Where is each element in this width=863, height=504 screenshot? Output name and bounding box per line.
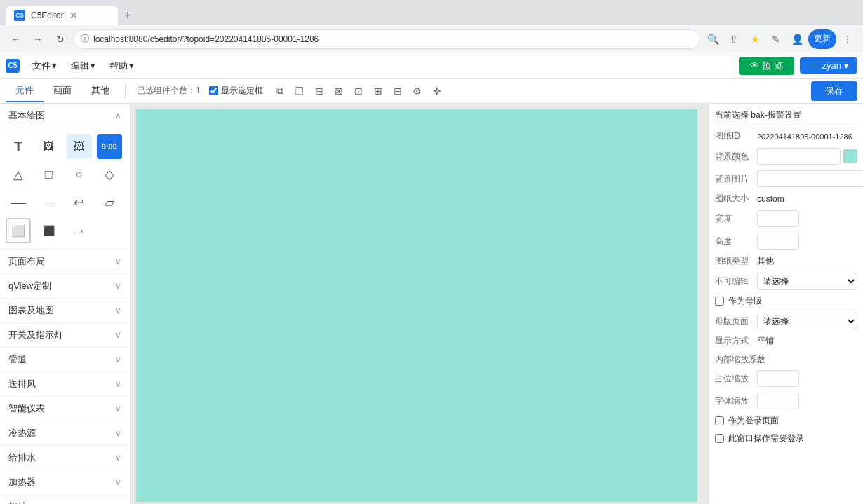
align-bottom-icon[interactable]: ⊞ [370,83,387,100]
settings-icon[interactable]: ⚙ [409,83,426,100]
font-scale-input[interactable]: 1 [757,393,799,409]
drawing-clock[interactable]: 9:00 [97,134,122,159]
app-logo: C5 [6,59,20,73]
bg-color-input[interactable]: rgba(148, 228, 216, 1 [757,148,841,165]
category-qview[interactable]: qView定制 ∨ [0,274,130,299]
height-label: 高度 [715,236,757,247]
show-selection-label[interactable]: 显示选定框 [209,85,263,97]
height-input[interactable]: 600 [757,233,799,250]
master-page-label: 母版页面 [715,315,757,327]
profile-button[interactable]: 👤 [787,29,807,49]
drawing-ellipse[interactable]: ○ [67,162,92,187]
drawing-image2[interactable]: 🖼 [67,134,92,159]
update-button[interactable]: 更新 [808,29,836,49]
canvas[interactable] [136,109,697,502]
category-charts[interactable]: 图表及地图 ∨ [0,299,130,323]
display-mode-label: 显示方式 [715,335,757,347]
category-page-layout[interactable]: 页面布局 ∨ [0,250,130,274]
drawing-image[interactable]: 🖼 [36,134,61,159]
drawing-triangle[interactable]: △ [6,162,31,187]
tab-component[interactable]: 元件 [6,80,44,102]
bg-color-swatch[interactable] [843,149,857,163]
align-right-icon[interactable]: ⊠ [330,83,347,100]
menu-button[interactable]: ⋮ [838,29,857,49]
master-page-select[interactable]: 请选择 [757,313,857,329]
help-menu[interactable]: 帮助 ▾ [102,57,141,75]
edit-menu[interactable]: 编辑 ▾ [64,57,102,75]
drawing-arrow-right[interactable]: → [67,218,92,243]
drawing-cube[interactable]: ⬛ [36,218,61,243]
category-pipes[interactable]: 管道 ∨ [0,348,130,372]
width-row: 宽度 1024 [715,210,857,227]
active-tab[interactable]: C5 C5Editor ✕ [6,6,118,25]
drawing-container[interactable]: ⬜ [6,218,31,243]
address-bar[interactable]: ⓘ localhost:8080/c5editor/?topoid=202204… [73,29,700,49]
tab-close-button[interactable]: ✕ [69,10,78,21]
category-switches[interactable]: 开关及指示灯 ∨ [0,323,130,348]
drawing-dashed[interactable]: - - [36,190,61,215]
search-button[interactable]: 🔍 [703,29,723,49]
font-scale-label: 字体缩放 [715,395,757,407]
category-water[interactable]: 给排水 ∨ [0,446,130,470]
refresh-button[interactable]: ↻ [51,29,70,49]
category-arrow-9: ∨ [115,453,121,463]
paper-type-row: 图纸类型 其他 [715,255,857,267]
drawing-diamond[interactable]: ◇ [97,162,122,187]
height-row: 高度 600 [715,233,857,250]
user-button[interactable]: 👤 zyan ▾ [800,57,857,74]
distribute-icon[interactable]: ⊟ [389,83,406,100]
category-heater[interactable]: 加热器 ∨ [0,470,130,495]
paste-icon[interactable]: ❐ [291,83,308,100]
move-icon[interactable]: ✛ [429,83,446,100]
show-selection-checkbox[interactable] [209,86,218,95]
tab-group: 元件 画面 其他 [6,80,119,102]
file-menu[interactable]: 文件 ▾ [25,57,64,75]
back-button[interactable]: ← [6,29,25,49]
tab-bar: C5 C5Editor ✕ + [0,0,863,25]
align-left-icon[interactable]: ⊟ [311,83,328,100]
tab-title: C5Editor [31,11,64,20]
category-instruments[interactable]: 智能仪表 ∨ [0,397,130,421]
login-page-checkbox[interactable] [715,416,724,425]
drawing-line[interactable]: — [6,190,31,215]
category-boiler[interactable]: 锅炉 ∨ [0,495,130,504]
non-edit-select[interactable]: 请选择 [757,273,857,290]
show-selection-text: 显示选定框 [221,85,263,97]
file-menu-arrow: ▾ [52,60,57,71]
login-required-label: 此窗口操作需要登录 [728,433,804,444]
canvas-area[interactable] [131,104,709,504]
width-label: 宽度 [715,213,757,225]
tab-canvas[interactable]: 画面 [44,80,81,102]
current-select-title: 当前选择 bak-报警设置 [715,109,857,125]
drawing-arrow-left[interactable]: ↩ [67,190,92,215]
tab-other[interactable]: 其他 [81,80,119,102]
preview-button[interactable]: 👁 预 览 [739,57,794,75]
share-button[interactable]: ⇧ [724,29,744,49]
save-button[interactable]: 保存 [811,81,857,101]
bg-image-input[interactable] [757,170,863,187]
category-ventilation[interactable]: 送排风 ∨ [0,372,130,397]
forward-button[interactable]: → [28,29,48,49]
category-basic-drawing[interactable]: 基本绘图 ∧ [0,104,130,128]
new-tab-button[interactable]: + [118,6,138,25]
non-edit-row: 不可编辑 请选择 [715,273,857,290]
bookmark-button[interactable]: ★ [745,29,765,49]
main-layout: 基本绘图 ∧ T 🖼 🖼 9:00 △ □ ○ ◇ — - - ↩ ▱ ⬜ ⬛ … [0,104,863,504]
align-top-icon[interactable]: ⊡ [350,83,367,100]
position-scale-input[interactable]: 1 [757,370,799,387]
app-menu-bar: C5 文件 ▾ 编辑 ▾ 帮助 ▾ 👁 预 览 👤 zyan ▾ [0,53,863,79]
category-cooling[interactable]: 冷热源 ∨ [0,421,130,446]
drawing-parallelogram[interactable]: ▱ [97,190,122,215]
address-text: localhost:8080/c5editor/?topoid=20220414… [93,34,319,44]
bg-image-label: 背景图片 [715,173,757,185]
drawing-rectangle[interactable]: □ [36,162,61,187]
width-input[interactable]: 1024 [757,210,799,227]
toolbar-icons: ⧉ ❐ ⊟ ⊠ ⊡ ⊞ ⊟ ⚙ ✛ [272,83,446,100]
bg-image-row: 背景图片 [715,170,857,187]
master-checkbox[interactable] [715,297,724,306]
login-required-checkbox[interactable] [715,434,724,443]
extension-button[interactable]: ✎ [766,29,786,49]
drawing-text[interactable]: T [6,134,31,159]
paper-size-row: 图纸大小 custom [715,193,857,205]
copy-icon[interactable]: ⧉ [272,83,288,100]
